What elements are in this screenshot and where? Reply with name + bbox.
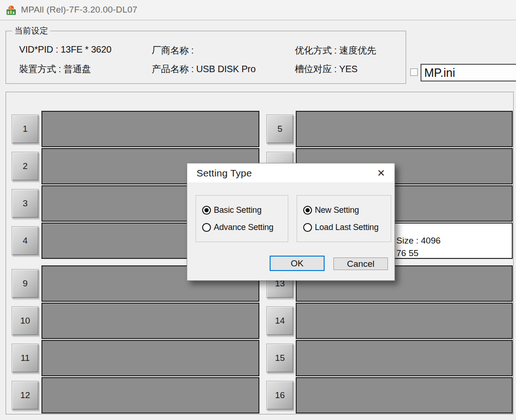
mp-ini-checkbox[interactable] <box>410 68 418 76</box>
slot-status-bar-1 <box>41 111 259 147</box>
vendor-name-value: 厂商名称 : <box>152 44 194 57</box>
slot-status-bar-16 <box>296 377 513 413</box>
slot-status-bar-12 <box>41 377 259 413</box>
slot-mapping-value: 槽位对应 : YES <box>295 63 358 75</box>
slot-button-10[interactable]: 10 <box>12 306 39 335</box>
slot-button-12[interactable]: 12 <box>12 381 39 410</box>
optimize-mode-value: 优化方式 : 速度优先 <box>295 44 376 57</box>
setting-type-dialog: Setting Type ✕ Basic Setting Advance Set… <box>187 163 395 281</box>
slot-button-15[interactable]: 15 <box>266 344 293 373</box>
current-settings-groupbox: 当前设定 VID*PID : 13FE * 3620 厂商名称 : 优化方式 :… <box>6 31 406 84</box>
slot-status-bar-5 <box>296 111 513 147</box>
slot-button-1[interactable]: 1 <box>12 115 39 143</box>
cancel-button[interactable]: Cancel <box>333 257 388 270</box>
slot-button-14[interactable]: 14 <box>266 306 293 335</box>
basic-advance-group: Basic Setting Advance Setting <box>196 195 288 242</box>
slot-button-5[interactable]: 5 <box>266 115 293 143</box>
mp-ini-filename-input[interactable] <box>421 64 516 81</box>
window-title: MPAll (Rel)-7F-3.20.00-DL07 <box>21 5 137 15</box>
radio-load-last-setting[interactable]: Load Last Setting <box>303 223 391 232</box>
slot-button-3[interactable]: 3 <box>12 189 39 218</box>
product-name-value: 产品名称 : USB DISK Pro <box>152 63 256 75</box>
new-load-group: New Setting Load Last Setting <box>297 195 391 242</box>
app-icon <box>6 4 16 15</box>
radio-circle-icon <box>202 223 211 232</box>
slot-button-11[interactable]: 11 <box>12 344 39 373</box>
slot-status-bar-15 <box>296 340 513 376</box>
radio-label: Advance Setting <box>214 223 273 232</box>
radio-circle-icon <box>303 223 312 232</box>
close-icon[interactable]: ✕ <box>375 167 387 179</box>
radio-new-setting[interactable]: New Setting <box>303 205 391 215</box>
dialog-title: Setting Type <box>197 168 252 179</box>
device-mode-value: 裝置方式 : 普通盘 <box>19 63 91 75</box>
radio-basic-setting[interactable]: Basic Setting <box>202 205 288 215</box>
radio-label: Basic Setting <box>214 205 261 215</box>
slot-button-2[interactable]: 2 <box>12 152 39 181</box>
slot-button-9[interactable]: 9 <box>12 269 39 298</box>
radio-circle-icon <box>303 206 312 215</box>
slot-status-bar-10 <box>41 303 259 339</box>
radio-advance-setting[interactable]: Advance Setting <box>202 223 288 232</box>
slot-button-4[interactable]: 4 <box>12 226 39 255</box>
radio-circle-icon <box>202 206 211 215</box>
current-settings-label: 当前设定 <box>12 26 50 36</box>
radio-label: New Setting <box>315 205 359 215</box>
slot-status-bar-14 <box>296 303 513 339</box>
dialog-titlebar: Setting Type ✕ <box>187 163 394 183</box>
ok-button[interactable]: OK <box>270 256 325 271</box>
slot-button-16[interactable]: 16 <box>266 381 293 410</box>
window-titlebar: MPAll (Rel)-7F-3.20.00-DL07 <box>0 0 516 20</box>
app-window: MPAll (Rel)-7F-3.20.00-DL07 当前设定 VID*PID… <box>0 0 516 420</box>
slot-detect-info: Size : 4096 76 55 <box>396 234 441 259</box>
slot-status-bar-11 <box>41 340 259 376</box>
vid-pid-value: VID*PID : 13FE * 3620 <box>19 44 111 55</box>
radio-label: Load Last Setting <box>315 223 379 232</box>
